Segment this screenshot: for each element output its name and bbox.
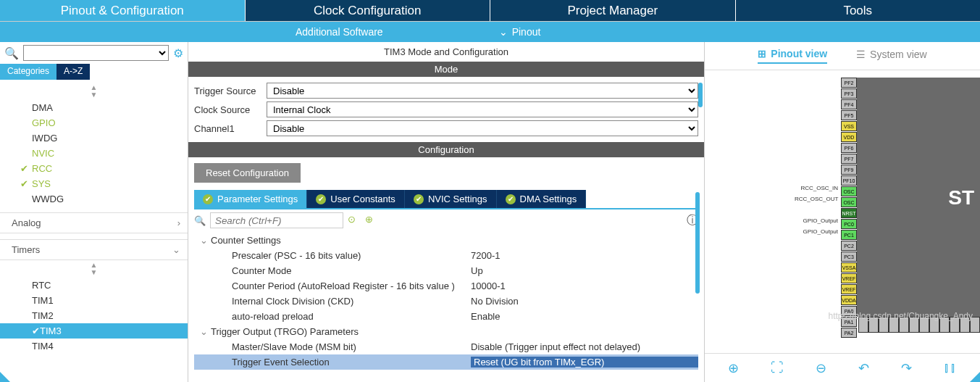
pinout-canvas[interactable]: ST PF2PF3PF4PF5VSSVDDPF6PF7PF9PF10OSCOSC… <box>705 70 980 353</box>
param-value: 7200-1 <box>471 250 698 261</box>
chip-pin[interactable]: PA2 <box>841 328 857 338</box>
chip-pin[interactable] <box>950 317 960 333</box>
chip-pin[interactable]: PC3 <box>841 252 857 262</box>
chip-pin[interactable]: PF9 <box>841 165 857 175</box>
chip-pin[interactable]: PC0 <box>841 219 857 229</box>
chip-pin[interactable]: PA0 <box>841 306 857 316</box>
chip-pin[interactable]: PF5 <box>841 110 857 120</box>
chip-pin[interactable] <box>970 317 980 333</box>
sub-tab-nvic-settings[interactable]: ✔NVIC Settings <box>405 190 497 208</box>
tree-scroll-up[interactable]: ▲▼ <box>0 83 188 100</box>
param-row-ckd[interactable]: Internal Clock Division (CKD)No Division <box>194 294 698 309</box>
chip-pin[interactable]: PA1 <box>841 317 857 327</box>
chevron-down-icon: ⌄ <box>200 326 208 337</box>
sub-tab-dma-settings[interactable]: ✔DMA Settings <box>497 190 587 208</box>
tree-item-iwdg[interactable]: IWDG <box>0 130 188 146</box>
expand-button[interactable]: ⫿⫿ <box>944 360 957 375</box>
tree-item-tim4[interactable]: TIM4 <box>0 339 188 354</box>
chip-pin[interactable]: VSSA <box>841 262 857 273</box>
param-row-trigger-event-selection[interactable]: Trigger Event SelectionReset (UG bit fro… <box>194 354 698 370</box>
chip-pin[interactable] <box>929 317 939 333</box>
chip-pin[interactable]: PF7 <box>841 154 857 164</box>
chip-pin[interactable]: VREF <box>841 284 857 294</box>
tree-scroll-indicator[interactable]: ▲▼ <box>0 260 188 278</box>
tree-item-wwdg[interactable]: WWDG <box>0 191 188 207</box>
param-row-auto-reload-preload[interactable]: auto-reload preloadEnable <box>194 309 698 324</box>
tree-item-tim3[interactable]: ✔TIM3 <box>0 323 188 339</box>
chip-pin[interactable] <box>889 317 899 333</box>
chip-pin[interactable] <box>868 317 879 333</box>
zoom-in-button[interactable]: ⊕ <box>728 360 739 376</box>
tree-item-rtc[interactable]: RTC <box>0 278 188 293</box>
chip-pin[interactable]: VDD <box>841 132 857 142</box>
chip-pin[interactable]: VREF <box>841 273 857 283</box>
chip-pin[interactable]: PF2 <box>841 78 857 88</box>
section-trgo-parameters[interactable]: ⌄Trigger Output (TRGO) Parameters <box>194 324 698 339</box>
param-row-counter-mode[interactable]: Counter ModeUp <box>194 263 698 278</box>
chip-pin[interactable]: OSC <box>841 197 857 207</box>
chip-pin[interactable]: PC1 <box>841 230 857 240</box>
chip-pin[interactable]: VDDA <box>841 295 857 305</box>
chip-pin[interactable] <box>909 317 919 333</box>
chip-pin[interactable] <box>879 317 889 333</box>
chip-pin[interactable]: PF6 <box>841 143 857 153</box>
chip-pin[interactable] <box>858 317 868 333</box>
sub-bar-pinout[interactable]: ⌄Pinout <box>456 22 585 42</box>
chip-pin[interactable]: PF4 <box>841 99 857 109</box>
fit-button[interactable]: ⛶ <box>771 360 784 375</box>
tree-item-nvic[interactable]: NVIC <box>0 146 188 161</box>
section-counter-settings[interactable]: ⌄Counter Settings <box>194 233 698 248</box>
config-scrollbar[interactable] <box>695 192 700 294</box>
tab-pinout-view[interactable]: ⊞Pinout view <box>758 48 827 64</box>
chip-pin[interactable]: OSC <box>841 186 857 196</box>
chip-pin[interactable] <box>899 317 909 333</box>
tree-item-dma[interactable]: DMA <box>0 100 188 115</box>
tab-project-manager[interactable]: Project Manager <box>490 0 736 21</box>
tree-item-sys[interactable]: ✔SYS <box>0 176 188 191</box>
zoom-out-button[interactable]: ⊖ <box>816 360 826 376</box>
reset-configuration-button[interactable]: Reset Configuration <box>194 163 301 183</box>
chip-pin[interactable]: PF10 <box>841 175 857 186</box>
tree-item-tim1[interactable]: TIM1 <box>0 293 188 308</box>
chip-pin[interactable]: PC2 <box>841 241 857 251</box>
rotate-right-button[interactable]: ↷ <box>901 360 912 376</box>
mode-scrollbar[interactable] <box>698 83 703 107</box>
trigger-source-select[interactable]: Disable <box>267 83 698 99</box>
tab-categories[interactable]: Categories <box>0 64 56 80</box>
chip-pin[interactable]: VSS <box>841 121 857 131</box>
clock-source-select[interactable]: Internal Clock <box>267 101 698 117</box>
resize-handle-icon[interactable] <box>0 372 10 382</box>
chip-pin[interactable] <box>939 317 950 333</box>
tree-item-tim2[interactable]: TIM2 <box>0 308 188 323</box>
chip-pin[interactable]: NRST <box>841 208 857 218</box>
chip-pin[interactable] <box>919 317 929 333</box>
chip-pin[interactable] <box>960 317 970 333</box>
collapse-icon[interactable]: ⊙ <box>348 214 361 227</box>
tab-system-view[interactable]: ☰System view <box>856 48 927 64</box>
sub-bar-additional-software[interactable]: Additional Software <box>252 22 427 42</box>
resize-handle-icon[interactable] <box>970 372 980 382</box>
chip-pin[interactable]: PF3 <box>841 88 857 99</box>
rotate-left-button[interactable]: ↶ <box>858 360 869 376</box>
tab-a-to-z[interactable]: A->Z <box>56 64 90 80</box>
gear-icon[interactable]: ⚙ <box>173 46 183 60</box>
param-value[interactable]: Reset (UG bit from TIMx_EGR) <box>471 357 698 368</box>
tab-pinout-config[interactable]: Pinout & Configuration <box>0 0 246 21</box>
tree-item-gpio[interactable]: GPIO <box>0 115 188 130</box>
param-row-counter-period[interactable]: Counter Period (AutoReload Register - 16… <box>194 278 698 294</box>
parameter-search-input[interactable] <box>210 212 343 228</box>
tab-clock-config[interactable]: Clock Configuration <box>246 0 491 21</box>
expand-icon[interactable]: ⊕ <box>365 214 378 227</box>
tree-item-rcc[interactable]: ✔RCC <box>0 161 188 176</box>
param-name: Prescaler (PSC - 16 bits value) <box>232 250 471 261</box>
tree-section-analog[interactable]: Analog› <box>0 212 188 233</box>
peripheral-search-select[interactable] <box>23 45 169 61</box>
search-icon[interactable]: 🔍 <box>194 215 206 226</box>
param-row-prescaler[interactable]: Prescaler (PSC - 16 bits value)7200-1 <box>194 248 698 263</box>
param-row-msm[interactable]: Master/Slave Mode (MSM bit)Disable (Trig… <box>194 339 698 354</box>
tab-tools[interactable]: Tools <box>736 0 981 21</box>
channel1-select[interactable]: Disable <box>267 120 698 136</box>
sub-tab-user-constants[interactable]: ✔User Constants <box>307 190 405 208</box>
sub-tab-parameter-settings[interactable]: ✔Parameter Settings <box>194 190 307 208</box>
tree-section-timers[interactable]: Timers⌄ <box>0 239 188 260</box>
